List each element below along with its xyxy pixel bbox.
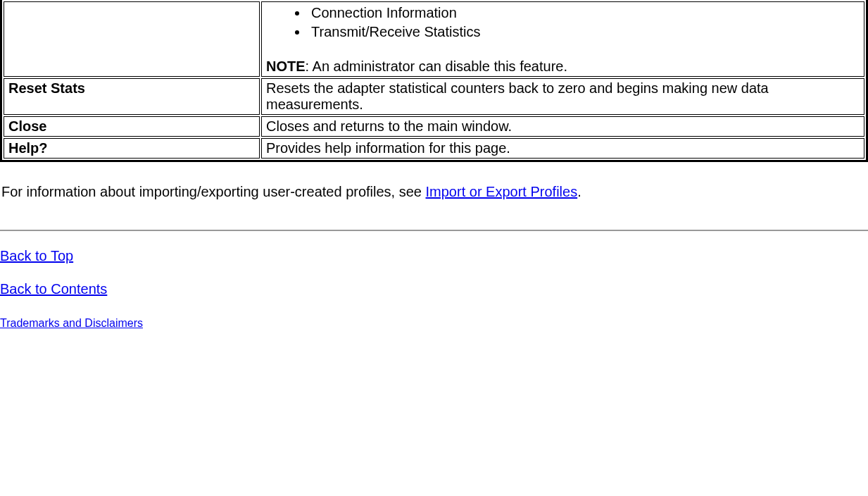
list-item: Transmit/Receive Statistics: [308, 23, 860, 42]
label-cell-reset: Reset Stats: [4, 78, 260, 115]
note-text: : An administrator can disable this feat…: [306, 58, 567, 74]
note-label: NOTE: [266, 58, 306, 74]
paragraph-prefix: For information about importing/exportin…: [1, 184, 426, 199]
paragraph-suffix: .: [577, 184, 581, 199]
trademarks-link[interactable]: Trademarks and Disclaimers: [0, 317, 868, 330]
label-cell-empty: [4, 1, 260, 77]
bullet-list: Connection Information Transmit/Receive …: [266, 4, 860, 42]
desc-cell-reset: Resets the adapter statistical counters …: [261, 78, 864, 115]
table-row: Connection Information Transmit/Receive …: [4, 1, 864, 77]
back-to-contents-link[interactable]: Back to Contents: [0, 281, 868, 297]
label-cell-close: Close: [4, 116, 260, 137]
desc-cell-help: Provides help information for this page.: [261, 138, 864, 159]
import-export-paragraph: For information about importing/exportin…: [1, 182, 865, 202]
desc-cell-close: Closes and returns to the main window.: [261, 116, 864, 137]
list-item: Connection Information: [308, 4, 860, 23]
desc-cell-notes: Connection Information Transmit/Receive …: [261, 1, 864, 77]
table-row: Reset Stats Resets the adapter statistic…: [4, 78, 864, 115]
table-row: Close Closes and returns to the main win…: [4, 116, 864, 137]
divider: [0, 230, 868, 231]
feature-table: Connection Information Transmit/Receive …: [0, 0, 868, 162]
import-export-link[interactable]: Import or Export Profiles: [426, 184, 578, 199]
note-line: NOTE: An administrator can disable this …: [266, 58, 860, 75]
back-to-top-link[interactable]: Back to Top: [0, 248, 868, 264]
label-cell-help: Help?: [4, 138, 260, 159]
table-row: Help? Provides help information for this…: [4, 138, 864, 159]
